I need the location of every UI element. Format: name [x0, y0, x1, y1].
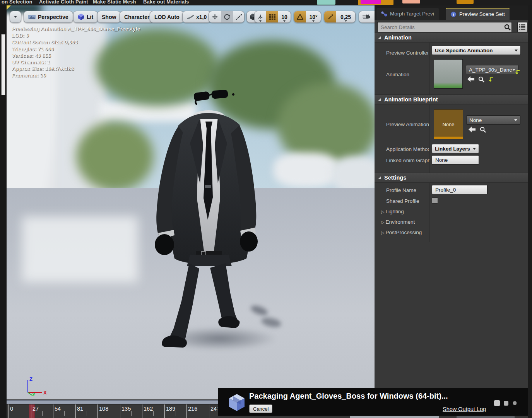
- shared-profile-checkbox[interactable]: [432, 197, 438, 204]
- axis-gizmo: Z X Y: [19, 375, 50, 398]
- chevron-down-icon: [514, 119, 517, 121]
- details-scrollbar[interactable]: [528, 5, 532, 418]
- rotation-snap-toggle[interactable]: [294, 11, 306, 22]
- surface-snap-button[interactable]: [255, 11, 266, 22]
- tab-morph-target-previewer[interactable]: Morph Target Previ: [376, 8, 439, 20]
- tab-preview-scene-settings[interactable]: i Preview Scene Sett: [446, 8, 510, 20]
- camera-speed-button[interactable]: [359, 11, 374, 22]
- rotation-snap-value-button[interactable]: 10°: [306, 11, 321, 22]
- scale-icon: [236, 14, 242, 21]
- translate-icon: [212, 13, 218, 21]
- section-title: Settings: [384, 175, 406, 181]
- postprocessing-label: PostProcessing: [386, 230, 422, 235]
- scale-snap-toggle[interactable]: [324, 11, 336, 22]
- lod-label: LOD Auto: [154, 14, 180, 20]
- preview-controller-dropdown[interactable]: Use Specific Animation: [432, 46, 521, 55]
- cancel-label: Cancel: [253, 406, 269, 412]
- use-selected-asset-icon[interactable]: [467, 76, 474, 82]
- rotation-snap-value: 10°: [309, 14, 317, 20]
- animation-asset-thumbnail[interactable]: [434, 59, 463, 89]
- cancel-button[interactable]: Cancel: [249, 404, 272, 413]
- collapsed-panel-sliver[interactable]: [1, 34, 5, 95]
- chevron-down-icon: [259, 21, 262, 22]
- search-icon[interactable]: [504, 24, 511, 31]
- section-header-settings[interactable]: Settings: [375, 173, 528, 183]
- browse-to-asset-icon[interactable]: [478, 76, 484, 82]
- linked-anim-graph-field[interactable]: None: [432, 155, 479, 164]
- tick-label: 0: [10, 406, 13, 412]
- perspective-button[interactable]: Perspective: [24, 11, 73, 23]
- expanded-arrow-icon: [378, 98, 381, 101]
- tick-label: 162: [144, 406, 153, 412]
- use-selected-asset-icon[interactable]: [469, 127, 476, 132]
- animation-label: Animation: [386, 72, 409, 77]
- details-column-divider[interactable]: [429, 33, 430, 242]
- section-title: Animation: [384, 34, 412, 41]
- section-header-animation[interactable]: Animation: [375, 33, 528, 43]
- browse-to-asset-icon[interactable]: [480, 127, 486, 133]
- anim-blueprint-thumbnail[interactable]: None: [434, 109, 463, 139]
- axis-x-label: X: [43, 390, 47, 396]
- grid-snap-value: 10: [281, 14, 287, 20]
- stat-framerate: Framerate: 30: [12, 72, 140, 79]
- application-method-dropdown[interactable]: Linked Layers: [432, 144, 479, 153]
- scale-tool-button[interactable]: [233, 11, 245, 22]
- preview-controller-value: Use Specific Animation: [435, 48, 493, 53]
- postprocessing-row[interactable]: ▷ PostProcessing: [381, 230, 422, 235]
- viewport-active-corner: [7, 5, 11, 10]
- expanded-arrow-icon: [378, 176, 381, 179]
- menu-item-make-static-mesh[interactable]: Make Static Mesh: [93, 0, 136, 5]
- rotate-icon: [224, 13, 230, 21]
- lit-button[interactable]: Lit: [73, 11, 98, 23]
- screen-size-button[interactable]: x1,0: [182, 11, 211, 23]
- grid-snap-icon: [269, 14, 275, 20]
- clipped-toolbar-block-teal: [317, 0, 335, 5]
- show-output-log-link[interactable]: Show Output Log: [443, 406, 486, 412]
- rotation-snap-icon: [297, 14, 303, 20]
- menu-item-activate-cloth-paint[interactable]: Activate Cloth Paint: [39, 0, 88, 5]
- view-options-button[interactable]: [517, 22, 527, 32]
- tick-label: 54: [55, 406, 61, 412]
- clipped-toolbar-block-magenta: [361, 0, 381, 4]
- scale-snap-value-button[interactable]: 0,25: [336, 11, 355, 22]
- rotation-snap-group: 10°: [294, 11, 321, 23]
- lit-mode-icon: [78, 14, 84, 20]
- menu-item-on-selection[interactable]: on Selection: [2, 0, 33, 5]
- lighting-row[interactable]: ▷ Lighting: [381, 209, 404, 214]
- viewport-stats: Previewing Animation A_TPP_90s_Dance_Fre…: [12, 26, 140, 79]
- anim-blueprint-combo[interactable]: None: [466, 115, 520, 125]
- search-input[interactable]: [377, 22, 512, 32]
- animation-asset-combo[interactable]: A_TPP_90s_Dance_: [466, 65, 518, 74]
- main-menu-bar: on Selection Activate Cloth Paint Make S…: [0, 0, 532, 5]
- reset-row-icon[interactable]: [515, 70, 520, 75]
- character-button[interactable]: Character: [120, 11, 154, 23]
- morph-target-icon: [381, 11, 387, 17]
- viewport-options-button[interactable]: [10, 11, 21, 23]
- camera-speed-icon: [362, 14, 371, 20]
- collapsed-arrow-icon: ▷: [381, 230, 386, 235]
- camera-speed-group: 4: [359, 11, 375, 23]
- packaging-notification: Packaging Agent_Gloves_Boss for Windows …: [218, 388, 528, 416]
- grid-snap-value-button[interactable]: 10: [278, 11, 291, 22]
- section-header-animation-blueprint[interactable]: Animation Blueprint: [375, 94, 528, 104]
- translate-tool-button[interactable]: [209, 11, 221, 22]
- tab-label: Preview Scene Sett: [459, 11, 505, 17]
- lod-auto-button[interactable]: LOD Auto: [150, 11, 184, 23]
- collapsed-arrow-icon: ▷: [381, 209, 386, 214]
- grid-snap-toggle[interactable]: [266, 11, 278, 22]
- menu-item-bake-out-materials[interactable]: Bake out Materials: [143, 0, 189, 5]
- reset-to-default-icon[interactable]: [488, 77, 494, 82]
- lighting-label: Lighting: [386, 209, 404, 214]
- stat-uv-channels: UV Channels: 1: [12, 59, 140, 65]
- profile-name-field[interactable]: Profile_0: [432, 185, 488, 194]
- show-button[interactable]: Show: [97, 11, 121, 23]
- 3d-viewport[interactable]: Perspective Lit Show Character LOD Auto …: [7, 5, 375, 399]
- scale-snap-icon: [327, 14, 334, 20]
- environment-row[interactable]: ▷ Environment: [381, 219, 415, 225]
- rotate-tool-button[interactable]: [221, 11, 233, 22]
- perspective-icon: [28, 14, 36, 20]
- preview-character-mesh[interactable]: [138, 82, 262, 353]
- left-docked-panel-edge: [0, 5, 7, 418]
- perspective-label: Perspective: [38, 14, 68, 20]
- stat-screen-size: Current Screen Size: 0,868: [12, 39, 140, 45]
